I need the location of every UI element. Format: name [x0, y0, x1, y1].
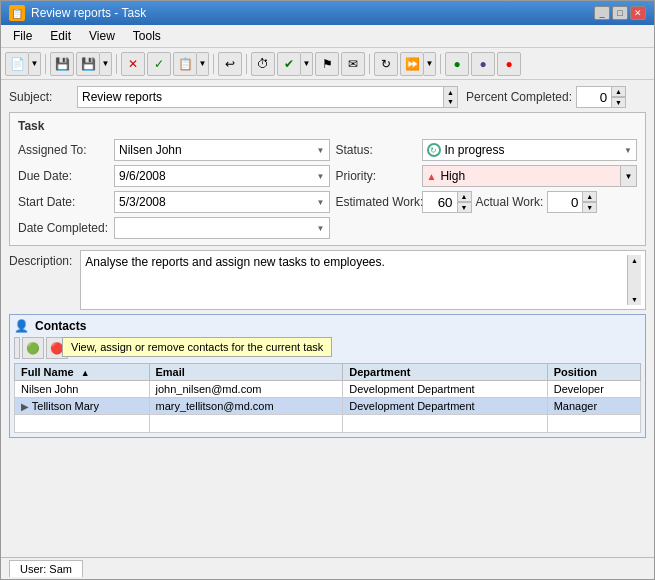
date-completed-label: Date Completed: [18, 221, 108, 235]
priority-select[interactable]: ▲ High [422, 165, 622, 187]
desc-scroll-up-icon[interactable]: ▲ [631, 257, 638, 264]
table-row[interactable]: Nilsen John john_nilsen@md.com Developme… [15, 381, 641, 398]
due-date-value: 9/6/2008 [119, 169, 166, 183]
estimated-work-input[interactable] [422, 191, 458, 213]
col-department[interactable]: Department [343, 364, 547, 381]
scroll-up-icon[interactable]: ▲ [447, 89, 454, 96]
title-bar: 📋 Review reports - Task _ □ ✕ [1, 1, 654, 25]
green-button[interactable]: ● [445, 52, 469, 76]
main-content: Subject: Review reports ▲ ▼ Percent Comp… [1, 80, 654, 557]
estimated-down-button[interactable]: ▼ [458, 202, 472, 213]
contacts-table-header: Full Name ▲ Email Department Position [15, 364, 641, 381]
status-value: In progress [445, 143, 505, 157]
start-date-label: Start Date: [18, 195, 108, 209]
blue-button[interactable]: ● [471, 52, 495, 76]
new-dropdown-arrow[interactable]: ▼ [29, 52, 41, 76]
status-icon: ↻ [427, 143, 441, 157]
assigned-to-label: Assigned To: [18, 143, 108, 157]
contacts-add-button[interactable]: 🟢 [22, 337, 44, 359]
flag-button[interactable]: ⚑ [315, 52, 339, 76]
assigned-to-select[interactable]: Nilsen John ▼ [114, 139, 330, 161]
contacts-panel: 👤 Contacts 🟢 🔴 View, assign or remove co… [9, 314, 646, 438]
separator-2 [116, 54, 117, 74]
percent-spinner: ▲ ▼ [576, 86, 626, 108]
subject-field-container: Review reports ▲ ▼ [77, 86, 458, 108]
status-select[interactable]: ↻ In progress ▼ [422, 139, 638, 161]
description-scrollbar[interactable]: ▲ ▼ [627, 255, 641, 305]
maximize-button[interactable]: □ [612, 6, 628, 20]
task-button[interactable]: 📋 [173, 52, 197, 76]
row2-email: mary_tellitson@md.com [149, 398, 343, 415]
description-text[interactable]: Analyse the reports and assign new tasks… [85, 255, 627, 305]
col-email[interactable]: Email [149, 364, 343, 381]
desc-scroll-down-icon[interactable]: ▼ [631, 296, 638, 303]
title-bar-buttons: _ □ ✕ [594, 6, 646, 20]
date-completed-select[interactable]: ▼ [114, 217, 330, 239]
save-button[interactable]: 💾 [50, 52, 74, 76]
due-date-select[interactable]: 9/6/2008 ▼ [114, 165, 330, 187]
menu-tools[interactable]: Tools [125, 27, 169, 45]
actual-work-spinner: ▲ ▼ [547, 191, 597, 213]
new-button[interactable]: 📄 [5, 52, 29, 76]
subject-input[interactable]: Review reports [77, 86, 444, 108]
close-button[interactable]: ✕ [630, 6, 646, 20]
actual-up-button[interactable]: ▲ [583, 191, 597, 202]
assigned-to-arrow: ▼ [317, 146, 325, 155]
contacts-toolbar: 🟢 🔴 View, assign or remove contacts for … [14, 337, 641, 359]
subject-scrollbar[interactable]: ▲ ▼ [444, 86, 458, 108]
col-position[interactable]: Position [547, 364, 640, 381]
priority-dropdown-icon: ▼ [625, 172, 633, 181]
task-form-grid: Assigned To: Nilsen John ▼ Status: ↻ In … [18, 139, 637, 239]
check-button[interactable]: ✔ [277, 52, 301, 76]
check-dropdown-arrow[interactable]: ▼ [301, 52, 313, 76]
nav-dropdown-arrow[interactable]: ▼ [424, 52, 436, 76]
row1-email: john_nilsen@md.com [149, 381, 343, 398]
delete-button[interactable]: ✕ [121, 52, 145, 76]
task-dropdown-arrow[interactable]: ▼ [197, 52, 209, 76]
sort-arrow: ▲ [81, 368, 90, 378]
forward-button[interactable]: ⏩ [400, 52, 424, 76]
timer-button[interactable]: ⏱ [251, 52, 275, 76]
table-row[interactable]: ▶ Tellitson Mary mary_tellitson@md.com D… [15, 398, 641, 415]
actual-work-input[interactable] [547, 191, 583, 213]
percent-label: Percent Completed: [466, 90, 572, 104]
row1-department: Development Department [343, 381, 547, 398]
percent-input[interactable] [576, 86, 612, 108]
menu-file[interactable]: File [5, 27, 40, 45]
save2-dropdown-arrow[interactable]: ▼ [100, 52, 112, 76]
status-field: ↻ In progress [427, 143, 505, 157]
col-fullname[interactable]: Full Name ▲ [15, 364, 150, 381]
contacts-header: 👤 Contacts [14, 319, 641, 333]
estimated-up-button[interactable]: ▲ [458, 191, 472, 202]
priority-arrow[interactable]: ▼ [621, 165, 637, 187]
menu-edit[interactable]: Edit [42, 27, 79, 45]
contacts-icon: 👤 [14, 319, 29, 333]
start-date-select[interactable]: 5/3/2008 ▼ [114, 191, 330, 213]
user-tab[interactable]: User: Sam [9, 560, 83, 577]
actual-down-button[interactable]: ▼ [583, 202, 597, 213]
red-button[interactable]: ● [497, 52, 521, 76]
contacts-table: Full Name ▲ Email Department Position [14, 363, 641, 433]
menu-view[interactable]: View [81, 27, 123, 45]
actual-work-spinner-buttons: ▲ ▼ [583, 191, 597, 213]
start-date-arrow: ▼ [317, 198, 325, 207]
complete-button[interactable]: ✓ [147, 52, 171, 76]
contacts-tooltip: View, assign or remove contacts for the … [62, 337, 332, 357]
task-group-title: Task [18, 119, 637, 133]
toolbar: 📄 ▼ 💾 💾 ▼ ✕ ✓ 📋 ▼ ↩ ⏱ ✔ ▼ ⚑ ✉ ↻ ⏩ ▼ [1, 48, 654, 80]
percent-row: Percent Completed: ▲ ▼ [466, 86, 646, 108]
percent-up-button[interactable]: ▲ [612, 86, 626, 97]
estimated-work-container: ▲ ▼ Actual Work: ▲ ▼ [422, 191, 638, 213]
undo-button[interactable]: ↩ [218, 52, 242, 76]
refresh-button[interactable]: ↻ [374, 52, 398, 76]
toolbar-grip[interactable] [14, 337, 20, 359]
priority-icon: ▲ [427, 171, 437, 182]
percent-down-button[interactable]: ▼ [612, 97, 626, 108]
row2-position: Manager [547, 398, 640, 415]
minimize-button[interactable]: _ [594, 6, 610, 20]
estimated-work-spinner: ▲ ▼ [422, 191, 472, 213]
save2-button[interactable]: 💾 [76, 52, 100, 76]
contacts-header-row: Full Name ▲ Email Department Position [15, 364, 641, 381]
scroll-down-icon[interactable]: ▼ [447, 98, 454, 105]
mail-button[interactable]: ✉ [341, 52, 365, 76]
